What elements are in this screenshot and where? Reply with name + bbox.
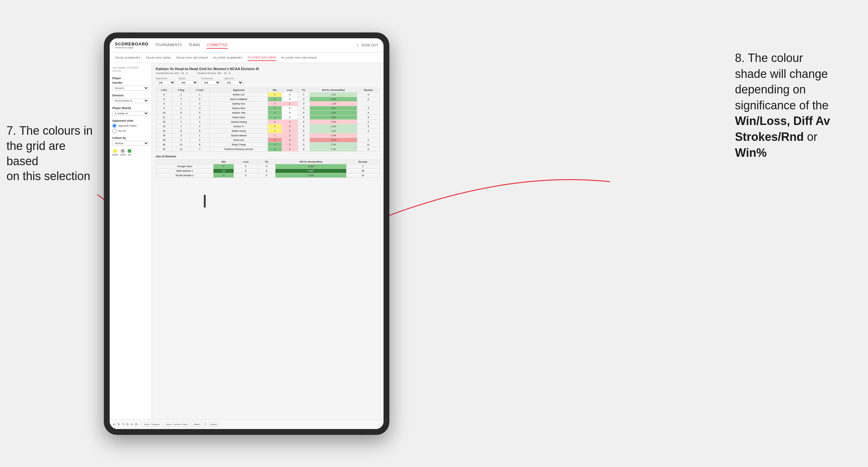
col-win: Win [268,88,282,93]
player-section-title: Player [112,76,149,80]
redo-icon[interactable]: ↻ [118,423,120,426]
col-div: # Div [156,88,172,93]
col-out-tie: Tie [258,160,276,164]
radio-opponents-played[interactable]: Opponents Played [112,124,149,128]
main-content: Last Updated: 27/03/2024 16:55:38 Player… [110,63,383,419]
player-rank-label: Player (Rank) [112,106,149,110]
table-row: 20 11 7 Federica Domecq Lacroze 2 1 0 1.… [156,147,380,152]
nav-links: TOURNAMENTS TEAMS COMMITTEE [155,42,228,49]
col-out-loss: Loss [234,160,258,164]
colour-by-label: Colour by [112,136,149,139]
table-row: 9 1 4 Sharon Mun 1 0 0 3.67 3 [156,106,380,111]
player-rank-field: Player (Rank) 8. Katelyn Vo [112,106,149,116]
sub-player-h2h-heatmap[interactable]: PLAYER H2H HEATMAP [281,55,317,61]
grid-title: Katelyn Vo Head-to-Head Grid for Women's… [156,67,380,71]
share-icon[interactable]: ⤴ [205,423,206,426]
gender-select[interactable]: Women's [112,86,149,91]
nav-separator: | [357,43,358,47]
radio-top100[interactable]: Top 100 [112,129,149,133]
legend-down-dot [113,149,117,153]
opponent-select[interactable]: (All) [224,80,243,85]
nav-signout[interactable]: Sign out [362,42,378,49]
tablet-frame: SCOREBOARD Powered by clippd TOURNAMENTS… [104,32,390,435]
left-panel: Last Updated: 27/03/2024 16:55:38 Player… [110,63,152,419]
copy-icon[interactable]: ⎘ [127,423,128,426]
table-row: 13 1 1 Jessica Huang 0 1 0 -3.00 2 [156,120,380,124]
division-label: Division [112,94,149,97]
sub-nav: TEAM SUMMARY TEAM H2H GRID TEAM H2H HEAT… [110,53,383,63]
conference-select[interactable]: (All) [201,80,221,85]
table-row: 16 3 1 Jessica Mason 1 2 0 -0.94 [156,133,380,138]
col-diff: Diff Av Strokes/Rnd [310,88,357,93]
division-select[interactable]: NCAA Division III [112,98,149,103]
opponent-view-field: Opponent view Opponents Played Top 100 [112,119,149,133]
tablet-screen: SCOREBOARD Powered by clippd TOURNAMENTS… [110,38,383,429]
table-row: NCAA Division 2 5 0 0 7.400 10 [156,173,380,178]
main-data-table: # Div # Reg # Conf Opponent Win Loss Tie… [156,88,380,152]
left-annotation: 7. The colours in the grid are based on … [6,123,97,184]
bottom-toolbar: ↩ ↻ ↷ ⎘ ✂ ⟳ View: Original Save Custom V… [110,419,383,429]
cut-icon[interactable]: ✂ [130,423,133,426]
share-btn[interactable]: Share [208,422,219,427]
right-annotation: 8. The colour shade will change dependin… [735,50,858,161]
filter-opponent: Opponent (All) [224,77,243,85]
sub-player-summary[interactable]: PLAYER SUMMARY [213,55,242,61]
legend-level: Level [120,149,126,156]
filter-conference: Conference (All) [201,77,221,85]
sub-team-h2h-grid[interactable]: TEAM H2H GRID [146,55,171,61]
table-row: 3 1 1 Esther Lee 1 0 1 1.50 4 [156,93,380,97]
colour-by-field: Colour by Win/loss [112,136,149,146]
region-select[interactable]: (All) [179,80,198,85]
legend-up: Up [127,149,131,156]
col-loss: Loss [282,88,298,93]
col-rounds: Rounds [357,88,380,93]
side-button[interactable] [204,195,206,208]
radio-group: Opponents Played Top 100 [112,124,149,133]
division-record: Division Record: 331 - 34 - 6 [197,72,230,75]
filter-row: Opponents: (All) Region (All) Conference [156,77,380,85]
col-reg: # Reg [172,88,190,93]
table-row: 14 7 4 Eunice Yi 2 2 0 0.38 9 [156,124,380,129]
forward-icon[interactable]: ↷ [122,423,125,426]
nav-teams[interactable]: TEAMS [188,42,200,49]
opponent-view-label: Opponent view [112,119,149,122]
col-out-win: Win [214,160,234,164]
table-row: 6 1 3 Sydney Kuo 0 1 0 -1.00 [156,101,380,106]
filter-opponents: Opponents: (All) [156,77,175,85]
opponents-select[interactable]: (All) [156,80,175,85]
watch-btn[interactable]: Watch [191,422,203,427]
sub-player-h2h-grid[interactable]: PLAYER H2H GRID [248,55,276,61]
logo: SCOREBOARD Powered by clippd [115,42,149,49]
save-custom-btn[interactable]: Save Custom View [163,422,189,427]
col-out-name [156,160,214,164]
col-out-diff: Diff Av Strokes/Rnd [276,160,346,164]
toolbar-sep1 [140,422,140,427]
nav-tournaments[interactable]: TOURNAMENTS [155,42,182,49]
sub-team-h2h-heatmap[interactable]: TEAM H2H HEATMAP [176,55,208,61]
out-of-division-table: Win Loss Tie Diff Av Strokes/Rnd Rounds … [156,159,380,178]
filter-region: Region (All) [179,77,198,85]
table-row: Foreign Team 1 0 0 4.500 2 [156,164,380,169]
refresh-icon[interactable]: ⟳ [135,423,137,426]
table-row: 15 8 5 Stella Cheng 1 1 0 1.25 4 [156,129,380,133]
table-row: NAIA Division 1 15 0 0 9.267 30 [156,169,380,173]
sub-team-summary[interactable]: TEAM SUMMARY [115,55,141,61]
gender-field: Gender Women's [112,81,149,91]
legend: Down Level Up [112,149,149,156]
last-updated: Last Updated: 27/03/2024 16:55:38 [112,66,149,73]
legend-level-dot [121,149,125,153]
table-row: 5 2 2 Alexis Sudjianto 1 0 0 4.00 3 [156,97,380,101]
nav-committee[interactable]: COMMITTEE [207,42,228,49]
colour-by-select[interactable]: Win/loss [112,141,149,146]
view-original-btn[interactable]: View: Original [142,422,162,427]
out-of-division-header: Out of division [156,155,380,158]
undo-icon[interactable]: ↩ [113,423,116,426]
legend-up-dot [127,149,131,153]
table-row: 10 6 3 Andrea York 2 0 0 4.00 4 [156,111,380,115]
player-rank-select[interactable]: 8. Katelyn Vo [112,111,149,116]
table-row: 20 11 6 Emily Chang 4 1 0 0.30 11 [156,143,380,147]
gender-label: Gender [112,81,149,84]
grid-area: Katelyn Vo Head-to-Head Grid for Women's… [152,63,383,419]
grid-subtitle: Overall Record: 353 - 34 - 6 Division Re… [156,72,380,75]
division-field: Division NCAA Division III [112,94,149,103]
